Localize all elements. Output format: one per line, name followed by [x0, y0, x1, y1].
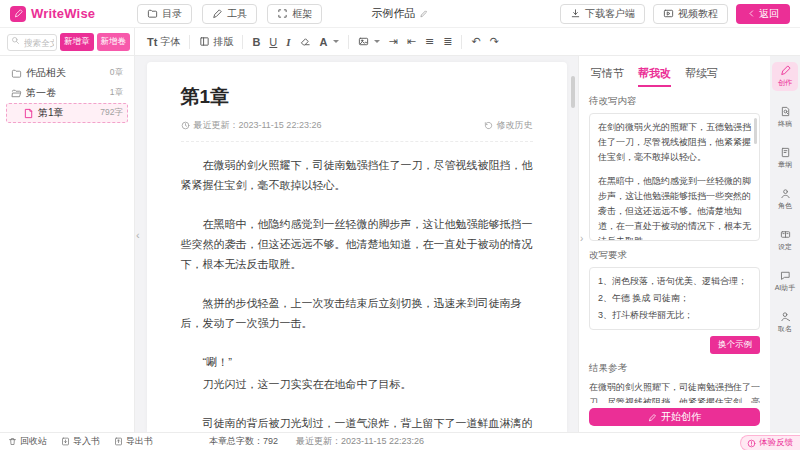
tab-help-me-revise[interactable]: 帮我改: [638, 66, 671, 87]
bold-button[interactable]: B: [252, 36, 260, 48]
menu-tools-button[interactable]: 工具: [202, 4, 257, 24]
rail-label: 章纲: [778, 160, 792, 170]
menu-framework-label: 框架: [292, 7, 312, 21]
toolbar-divider: [461, 35, 462, 49]
recycle-bin-button[interactable]: 回收站: [8, 435, 47, 448]
tree-label: 第1章: [38, 106, 64, 120]
sidebar-item-volume-1[interactable]: 第一卷 1章: [6, 83, 128, 103]
import-book-button[interactable]: 导入书: [61, 435, 100, 448]
edit-title-icon[interactable]: [420, 9, 429, 18]
menu-directory-button[interactable]: 目录: [137, 4, 192, 24]
video-tutorial-label: 视频教程: [678, 7, 718, 21]
rail-label: 终稿: [778, 119, 792, 129]
rail-item-naming[interactable]: 取名: [772, 308, 798, 337]
sidebar-item-chapter-1[interactable]: 第1章 792字: [6, 103, 128, 123]
work-title-text: 示例作品: [372, 6, 416, 21]
rail-item-create[interactable]: 创作: [772, 62, 798, 91]
image-icon: [358, 36, 369, 47]
tab-write-plot[interactable]: 写情节: [591, 66, 624, 87]
tree-label: 第一卷: [26, 86, 56, 100]
import-book-label: 导入书: [73, 435, 100, 448]
chapter-title: 第1章: [181, 84, 533, 110]
collapse-panel-handle[interactable]: ›: [580, 233, 583, 244]
underline-button[interactable]: U: [269, 36, 277, 48]
font-button[interactable]: Tt 字体: [147, 35, 180, 49]
add-volume-button[interactable]: 新增卷: [97, 33, 131, 51]
recycle-bin-label: 回收站: [20, 435, 47, 448]
sidebar-toolbar: 新增章 新增卷: [0, 28, 135, 55]
tree-label: 作品相关: [26, 66, 66, 80]
feedback-button[interactable]: 体验反馈: [740, 435, 800, 450]
requirements-label: 改写要求: [589, 249, 760, 262]
menu-framework-button[interactable]: 框架: [267, 4, 322, 24]
menu-directory-label: 目录: [162, 7, 182, 21]
result-paragraph: 在微弱的剑火照耀下，司徒南勉强挡住了一刀，尽管视线被阻挡，他紧紧握住宝剑，毫不敢…: [589, 380, 760, 403]
pen-icon: [648, 413, 657, 422]
back-label: 返回: [759, 7, 779, 21]
format-toolbar: Tt 字体 排版 B U I A ⇥ ⇤ ≡ ≣ ↶ ↷: [135, 35, 511, 49]
menu-tools-label: 工具: [227, 7, 247, 21]
requirements-textarea[interactable]: 1、润色段落，语句优美、逻辑合理； 2、午德 换成 司徒南； 3、打斗桥段华丽无…: [589, 267, 760, 330]
undo-button[interactable]: ↶: [471, 35, 480, 48]
rail-item-ai-assistant[interactable]: AI助手: [772, 267, 798, 296]
tab-help-continue[interactable]: 帮续写: [685, 66, 718, 87]
list-button[interactable]: ≣: [443, 35, 452, 48]
chat-bubble-icon: [780, 270, 791, 281]
book-card-icon: [780, 229, 791, 240]
sidebar-item-work-related[interactable]: 作品相关 0章: [6, 63, 128, 83]
font-color-button[interactable]: A: [320, 36, 339, 48]
history-link[interactable]: 修改历史: [484, 119, 533, 132]
export-icon: [114, 437, 123, 446]
source-paragraph: 在剑的微弱火光的照耀下，五德勉强挡住了一刀，尽管视线被阻挡，他紧紧握住宝剑，毫不…: [598, 120, 751, 165]
video-tutorial-button[interactable]: 视频教程: [653, 4, 728, 24]
back-button[interactable]: 返回: [736, 4, 790, 24]
rail-item-final-draft[interactable]: 终稿: [772, 103, 798, 132]
history-icon: [484, 121, 493, 130]
footer-last-updated: 最近更新：2023-11-15 22:23:26: [296, 435, 424, 448]
export-book-label: 导出书: [126, 435, 153, 448]
download-client-button[interactable]: 下载客户端: [560, 4, 645, 24]
toolbar-divider: [348, 35, 349, 49]
last-updated: 最近更新：2023-11-15 22:23:26: [181, 119, 322, 132]
panel-tabs: 写情节 帮我改 帮续写: [589, 64, 760, 87]
rail-label: 角色: [778, 201, 792, 211]
quill-icon: [780, 65, 791, 76]
rail-item-settings[interactable]: 设定: [772, 226, 798, 255]
source-paragraph: 在黑暗中，他隐约感觉到一丝轻微的脚步声，这让他勉强能够抵挡一些突然的袭击，但这还…: [598, 174, 751, 241]
indent-button[interactable]: ⇥: [389, 35, 398, 48]
start-writing-button[interactable]: 开始创作: [589, 408, 760, 426]
eraser-icon[interactable]: [300, 36, 311, 47]
rail-item-chapter-outline[interactable]: 章纲: [772, 144, 798, 173]
editor-paper[interactable]: 第1章 最近更新：2023-11-15 22:23:26 修改历史 在微弱的剑火…: [147, 62, 567, 432]
chapter-sidebar: 作品相关 0章 第一卷 1章 第1章 792字: [0, 56, 135, 432]
word-count: 本章总字数：792: [209, 435, 278, 448]
download-client-label: 下载客户端: [585, 7, 635, 21]
collapse-sidebar-handle[interactable]: ‹: [136, 229, 140, 241]
textarea-scrollbar[interactable]: [754, 118, 757, 144]
frame-icon: [277, 8, 288, 19]
export-book-button[interactable]: 导出书: [114, 435, 153, 448]
insert-image-button[interactable]: [358, 36, 380, 47]
last-updated-text: 最近更新：2023-11-15 22:23:26: [194, 119, 322, 132]
redo-button[interactable]: ↷: [490, 35, 499, 48]
change-example-button[interactable]: 换个示例: [710, 336, 760, 354]
outdent-button[interactable]: ⇤: [407, 35, 416, 48]
align-button[interactable]: ≡: [425, 35, 434, 48]
rail-item-characters[interactable]: 角色: [772, 185, 798, 214]
requirement-line: 3、打斗桥段华丽无比；: [598, 308, 751, 323]
feedback-icon: [747, 439, 756, 448]
rail-label: AI助手: [775, 283, 796, 293]
history-label: 修改历史: [497, 119, 533, 132]
ai-assistant-panel: › 写情节 帮我改 帮续写 待改写内容 在剑的微弱火光的照耀下，五德勉强挡住了一…: [578, 56, 770, 432]
chapter-body[interactable]: 在微弱的剑火照耀下，司徒南勉强挡住了一刀，尽管视线被阻挡，他紧紧握住宝剑，毫不敢…: [181, 155, 533, 432]
editor-scrollbar[interactable]: [571, 76, 575, 108]
tree-count: 1章: [110, 87, 123, 99]
layout-button[interactable]: 排版: [199, 35, 233, 49]
document-search-icon: [780, 106, 791, 117]
italic-button[interactable]: I: [286, 36, 290, 48]
add-chapter-button[interactable]: 新增章: [60, 33, 94, 51]
editor-area: ‹ 第1章 最近更新：2023-11-15 22:23:26 修改历史 在微弱的…: [135, 56, 578, 432]
source-textarea[interactable]: 在剑的微弱火光的照耀下，五德勉强挡住了一刀，尽管视线被阻挡，他紧紧握住宝剑，毫不…: [589, 113, 760, 241]
feedback-label: 体验反馈: [759, 437, 793, 449]
tree-count: 0章: [110, 67, 123, 79]
